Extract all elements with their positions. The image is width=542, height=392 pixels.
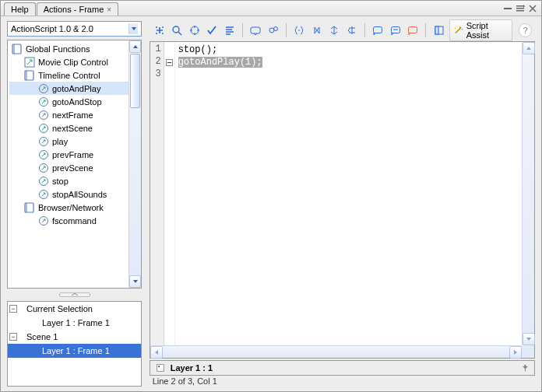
scroll-left-icon[interactable] [150,346,163,359]
comment-line-icon[interactable] [388,23,403,38]
tree-content[interactable]: Global Functions Movie Clip Control Time… [8,40,128,288]
tree-folder[interactable]: Timeline Control [9,68,128,82]
close-panel-icon[interactable] [527,3,538,14]
tree-function[interactable]: fscommand [9,214,128,227]
script-nav-bar: Layer 1 : 1 [150,360,535,376]
tree-label: Layer 1 : Frame 1 [42,318,110,327]
book-icon [11,43,23,55]
method-icon [37,122,50,135]
close-icon[interactable]: × [107,5,111,14]
tree-function[interactable]: play [9,135,128,148]
method-icon [37,149,50,161]
tab-help[interactable]: Help [4,2,36,16]
collapse-icon[interactable]: − [9,333,17,341]
left-pane: ActionScript 1.0 & 2.0 Global Functions … [1,16,145,390]
editor-vscrollbar[interactable] [522,42,534,358]
svg-point-38 [455,27,456,29]
book-icon [23,69,36,82]
method-icon [37,82,50,95]
collapse-icon[interactable] [502,3,513,14]
collapse-braces-icon[interactable] [292,23,307,38]
auto-format-icon[interactable] [223,23,238,38]
tree-function[interactable]: prevScene [9,161,128,174]
add-item-icon[interactable] [153,23,167,38]
uncomment-icon[interactable] [406,23,421,38]
tree-scrollbar[interactable] [128,40,141,288]
scroll-corner [522,345,534,358]
collapse-selection-icon[interactable] [310,23,325,38]
method-icon [37,135,50,148]
tab-label: Help [11,5,29,14]
svg-point-39 [457,26,458,27]
svg-point-25 [162,26,164,28]
line-number: 3 [150,68,164,81]
tree-group[interactable]: − Current Selection [8,302,141,316]
panel-body: ActionScript 1.0 & 2.0 Global Functions … [1,16,541,390]
tree-function[interactable]: nextFrame [9,108,128,121]
tree-label: play [52,137,68,146]
find-icon[interactable] [170,23,185,38]
target-icon[interactable] [188,23,202,38]
tree-label: gotoAndPlay [52,84,100,93]
scroll-thumb[interactable] [130,54,140,108]
book-icon [23,201,36,214]
script-location-label[interactable]: Layer 1 : 1 [171,363,213,373]
fold-toggle[interactable] [164,56,174,68]
menu-icon[interactable] [515,3,526,14]
version-selector[interactable]: ActionScript 1.0 & 2.0 [7,21,142,37]
tree-group[interactable]: − Scene 1 [8,330,141,344]
code-hint-icon[interactable] [248,23,263,38]
cursor-position: Line 2 of 3, Col 1 [150,376,535,388]
scroll-up-icon[interactable] [523,42,535,54]
script-assist-button[interactable]: Script Assist [449,19,512,41]
editor-hscrollbar[interactable] [150,345,522,358]
fold-gutter [164,42,175,345]
code-area[interactable]: stop(); gotoAndPlay(1); [175,42,522,345]
pin-icon[interactable] [520,363,530,373]
tree-folder-global[interactable]: Global Functions [9,42,128,55]
tree-function[interactable]: gotoAndStop [9,95,128,108]
tree-item[interactable]: Layer 1 : Frame 1 [8,316,141,330]
debug-options-icon[interactable] [266,23,281,38]
svg-rect-1 [516,5,524,7]
tree-label: nextScene [52,124,93,133]
tree-function[interactable]: stop [9,174,128,187]
svg-point-27 [162,33,164,34]
tree-function[interactable]: prevFrame [9,148,128,161]
frame-icon [155,362,166,373]
code-editor: 1 2 3 stop(); gotoAndPlay(1); [150,41,535,359]
show-hide-toolbox-icon[interactable] [431,23,446,38]
help-icon[interactable]: ? [519,23,532,37]
code-line-selected: gotoAndPlay(1); [178,57,262,68]
apply-comment-icon[interactable] [345,23,360,38]
right-pane: Script Assist ? 1 2 3 [150,16,541,390]
tree-label: gotoAndStop [52,97,102,107]
tree-function[interactable]: gotoAndPlay [9,82,128,95]
scroll-up-icon[interactable] [129,40,141,53]
version-label: ActionScript 1.0 & 2.0 [11,24,93,33]
scroll-down-icon[interactable] [523,333,535,345]
tree-function[interactable]: stopAllSounds [9,187,128,201]
tree-folder[interactable]: Browser/Network [9,201,128,214]
panel-titlebar: Help Actions - Frame× [1,1,541,16]
tree-label: fscommand [52,216,97,226]
separator [286,23,287,37]
tree-folder[interactable]: Movie Clip Control [9,55,128,68]
tree-label: prevFrame [52,150,93,159]
check-syntax-icon[interactable] [205,23,220,38]
tree-item-selected[interactable]: Layer 1 : Frame 1 [8,344,141,358]
tree-label: stop [52,177,69,186]
svg-rect-0 [504,8,512,9]
comment-block-icon[interactable] [371,23,385,38]
expand-all-icon[interactable] [327,23,342,38]
scroll-down-icon[interactable] [129,275,141,288]
tree-label: nextFrame [52,110,93,120]
scroll-right-icon[interactable] [509,346,522,359]
tab-actions[interactable]: Actions - Frame× [37,2,118,16]
tree-label: Timeline Control [38,71,100,80]
tree-function[interactable]: nextScene [9,121,128,135]
method-icon [37,188,50,201]
pane-splitter-h[interactable] [7,292,142,298]
tree-label: Browser/Network [38,203,104,212]
collapse-icon[interactable]: − [9,305,17,313]
